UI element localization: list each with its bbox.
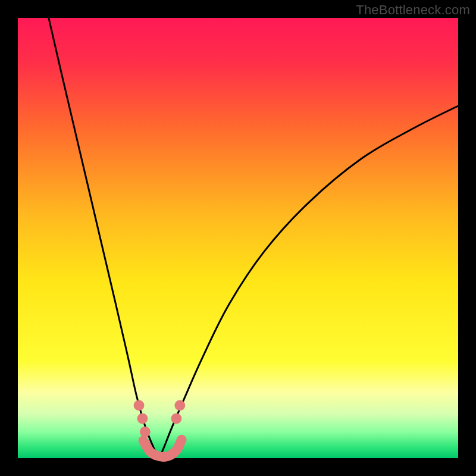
curve-right-branch (159, 106, 458, 458)
plot-frame (18, 18, 458, 458)
trough-band (143, 440, 181, 457)
trough-marker (174, 400, 185, 411)
trough-marker (140, 427, 151, 437)
curve-left-branch (49, 18, 159, 458)
trough-marker (134, 400, 145, 411)
trough-markers (134, 400, 186, 437)
trough-marker (171, 414, 182, 424)
bottleneck-curve (18, 18, 458, 458)
watermark-text: TheBottleneck.com (356, 2, 470, 18)
trough-marker (137, 414, 148, 424)
